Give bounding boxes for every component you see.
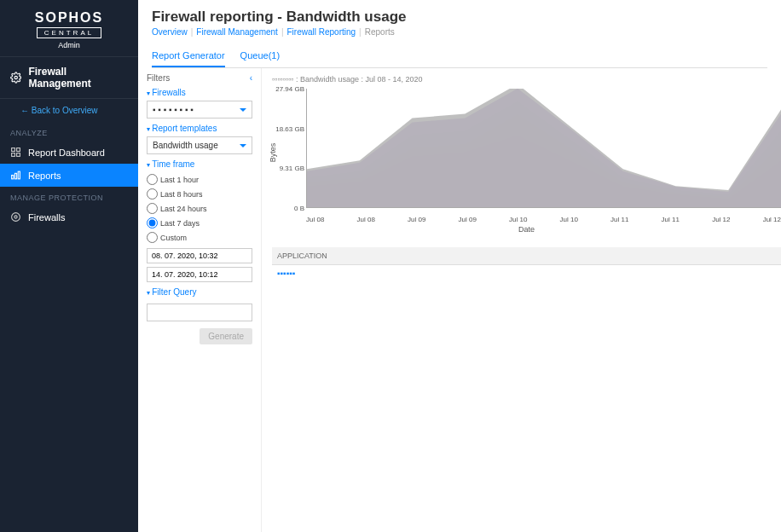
date-from-input[interactable] xyxy=(147,248,252,263)
breadcrumb: Overview|Firewall Management|Firewall Re… xyxy=(152,27,767,37)
svg-rect-2 xyxy=(17,148,20,152)
main: Firewall reporting - Bandwidth usage Ove… xyxy=(138,0,781,532)
logo-block: SOPHOS CENTRAL Admin xyxy=(0,0,138,57)
nav-section-label: ANALYZE xyxy=(0,122,138,141)
breadcrumb-link[interactable]: Firewall Reporting xyxy=(287,27,356,37)
y-tick: 0 B xyxy=(294,205,304,212)
brand-sub: CENTRAL xyxy=(37,27,101,38)
date-to-input[interactable] xyxy=(147,267,252,282)
svg-point-8 xyxy=(14,216,17,218)
gear-icon xyxy=(10,72,21,84)
x-tick: Jul 08 xyxy=(357,216,375,223)
x-tick: Jul 09 xyxy=(408,216,425,223)
firewalls-select[interactable]: ▪ ▪ ▪ ▪ ▪ ▪ ▪ ▪ xyxy=(147,101,252,119)
timeframe-option[interactable]: Last 7 days xyxy=(147,217,200,228)
y-tick: 18.63 GB xyxy=(275,124,304,132)
filter-templates-label[interactable]: Report templates xyxy=(147,124,252,133)
x-tick: Jul 10 xyxy=(509,216,527,223)
filter-timeframe-label[interactable]: Time frame xyxy=(147,159,252,169)
breadcrumb-link[interactable]: Overview xyxy=(152,27,188,37)
svg-rect-6 xyxy=(14,173,16,179)
timeframe-option[interactable]: Last 1 hour xyxy=(147,174,199,185)
table-header[interactable]: APPLICATION xyxy=(272,247,781,265)
svg-rect-7 xyxy=(18,171,20,179)
tabs: Report Generator Queue(1) xyxy=(152,45,767,68)
filter-query-label[interactable]: Filter Query xyxy=(147,287,252,297)
sidebar-item-reports[interactable]: Reports xyxy=(0,164,138,187)
x-tick: Jul 12 xyxy=(763,216,781,223)
tab-report-generator[interactable]: Report Generator xyxy=(152,45,225,67)
chart-plot xyxy=(306,89,781,208)
timeframe-option[interactable]: Last 8 hours xyxy=(147,188,203,200)
tab-queue[interactable]: Queue(1) xyxy=(240,45,280,67)
filters-panel: Filters ‹ Firewalls ▪ ▪ ▪ ▪ ▪ ▪ ▪ ▪ Repo… xyxy=(138,68,262,532)
nav-header-label: Firewall Management xyxy=(28,66,128,90)
x-axis: Jul 08Jul 08Jul 09Jul 09Jul 10Jul 10Jul … xyxy=(306,216,781,223)
y-axis-label: Bytes xyxy=(269,143,277,163)
y-axis: Bytes 0 B9.31 GB18.63 GB27.94 GB xyxy=(272,89,306,208)
x-tick: Jul 08 xyxy=(306,216,324,223)
svg-rect-3 xyxy=(12,153,15,157)
y-tick: 9.31 GB xyxy=(280,165,304,172)
nav-header-firewall-management[interactable]: Firewall Management xyxy=(0,57,138,99)
svg-rect-4 xyxy=(17,153,20,157)
report-template-select[interactable]: Bandwidth usage xyxy=(147,136,252,154)
x-tick: Jul 11 xyxy=(662,216,680,223)
app-cell[interactable]: ▪▪▪▪▪▪ xyxy=(272,265,781,532)
nav-back-link[interactable]: ← Back to Overview xyxy=(0,99,138,122)
svg-rect-1 xyxy=(12,148,15,152)
report-area: ▫▫▫▫▫▫▫▫ : Bandwidth usage : Jul 08 - 14… xyxy=(262,68,781,532)
x-axis-label: Date xyxy=(518,225,535,234)
brand-role: Admin xyxy=(0,41,138,49)
sidebar: SOPHOS CENTRAL Admin Firewall Management… xyxy=(0,0,138,532)
bandwidth-table: APPLICATIONRISKCATEGORYBYTES ▪▪▪▪▪▪--71.… xyxy=(272,247,781,532)
sidebar-item-report-dashboard[interactable]: Report Dashboard xyxy=(0,141,138,164)
filters-title: Filters xyxy=(147,73,170,83)
svg-rect-5 xyxy=(12,176,14,179)
svg-point-9 xyxy=(12,213,20,222)
chart-meta: ▫▫▫▫▫▫▫▫ : Bandwidth usage : Jul 08 - 14… xyxy=(272,75,781,84)
area-chart-svg xyxy=(307,89,781,207)
breadcrumb-link[interactable]: Firewall Management xyxy=(196,27,278,37)
brand-name: SOPHOS xyxy=(0,10,138,26)
filter-query-input[interactable] xyxy=(147,304,252,321)
breadcrumb-current: Reports xyxy=(365,27,395,37)
filter-firewalls-label[interactable]: Firewalls xyxy=(147,88,252,97)
x-tick: Jul 12 xyxy=(712,216,730,223)
page-title: Firewall reporting - Bandwidth usage xyxy=(152,9,767,26)
table-row: ▪▪▪▪▪▪--71.22 GB xyxy=(272,265,781,533)
chart: Bytes 0 B9.31 GB18.63 GB27.94 GB Jul 08J… xyxy=(272,89,781,234)
x-tick: Jul 11 xyxy=(610,216,628,223)
x-tick: Jul 10 xyxy=(560,216,578,223)
sidebar-item-label: Reports xyxy=(28,171,61,181)
svg-point-0 xyxy=(14,76,17,78)
sidebar-item-label: Report Dashboard xyxy=(28,147,105,158)
generate-button[interactable]: Generate xyxy=(200,328,252,344)
timeframe-option[interactable]: Last 24 hours xyxy=(147,203,207,214)
sidebar-item-label: Firewalls xyxy=(28,212,65,223)
y-tick: 27.94 GB xyxy=(275,85,304,93)
nav-section-label: MANAGE PROTECTION xyxy=(0,187,138,205)
timeframe-radios: Last 1 hourLast 8 hoursLast 24 hoursLast… xyxy=(147,172,252,245)
sidebar-item-firewalls[interactable]: Firewalls xyxy=(0,205,138,228)
x-tick: Jul 09 xyxy=(459,216,477,223)
timeframe-option[interactable]: Custom xyxy=(147,232,187,243)
collapse-filters-icon[interactable]: ‹ xyxy=(250,73,252,83)
topbar: Firewall reporting - Bandwidth usage Ove… xyxy=(138,0,781,68)
